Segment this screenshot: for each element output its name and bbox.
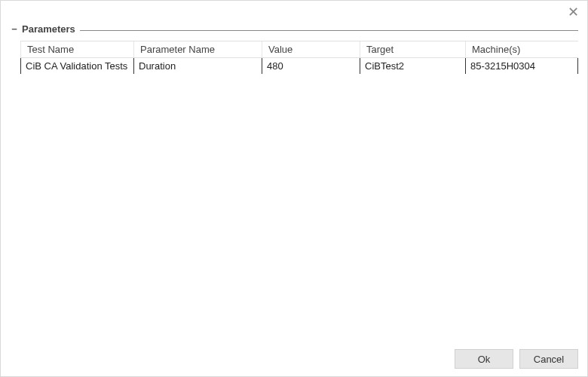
- parameters-group: − Parameters Test Name Parameter Name Va…: [10, 23, 578, 342]
- col-header-machines[interactable]: Machine(s): [466, 41, 578, 58]
- cell-value[interactable]: 480: [262, 58, 360, 75]
- parameters-table-wrap: Test Name Parameter Name Value Target Ma…: [20, 41, 578, 74]
- cell-target: CiBTest2: [360, 58, 466, 75]
- titlebar: ✕: [1, 1, 587, 23]
- col-header-parameter-name[interactable]: Parameter Name: [134, 41, 262, 58]
- col-header-value[interactable]: Value: [262, 41, 360, 58]
- collapse-icon[interactable]: −: [10, 23, 19, 35]
- col-header-target[interactable]: Target: [360, 41, 466, 58]
- parameters-dialog: ✕ − Parameters Test Name Parameter Name …: [0, 0, 588, 377]
- group-header: − Parameters: [10, 23, 80, 35]
- ok-button[interactable]: Ok: [455, 349, 513, 369]
- cell-parameter-name: Duration: [134, 58, 262, 75]
- table-row[interactable]: CiB CA Validation Tests Duration 480 CiB…: [21, 58, 578, 75]
- close-icon[interactable]: ✕: [566, 5, 580, 19]
- group-divider: [10, 30, 578, 31]
- cell-test-name: CiB CA Validation Tests: [21, 58, 134, 75]
- group-title: Parameters: [22, 23, 75, 35]
- cancel-button[interactable]: Cancel: [519, 349, 578, 369]
- parameters-table: Test Name Parameter Name Value Target Ma…: [20, 41, 578, 74]
- dialog-buttons: Ok Cancel: [1, 342, 587, 376]
- table-header-row: Test Name Parameter Name Value Target Ma…: [21, 41, 578, 58]
- cell-machines: 85-3215H0304: [466, 58, 578, 75]
- col-header-test-name[interactable]: Test Name: [21, 41, 134, 58]
